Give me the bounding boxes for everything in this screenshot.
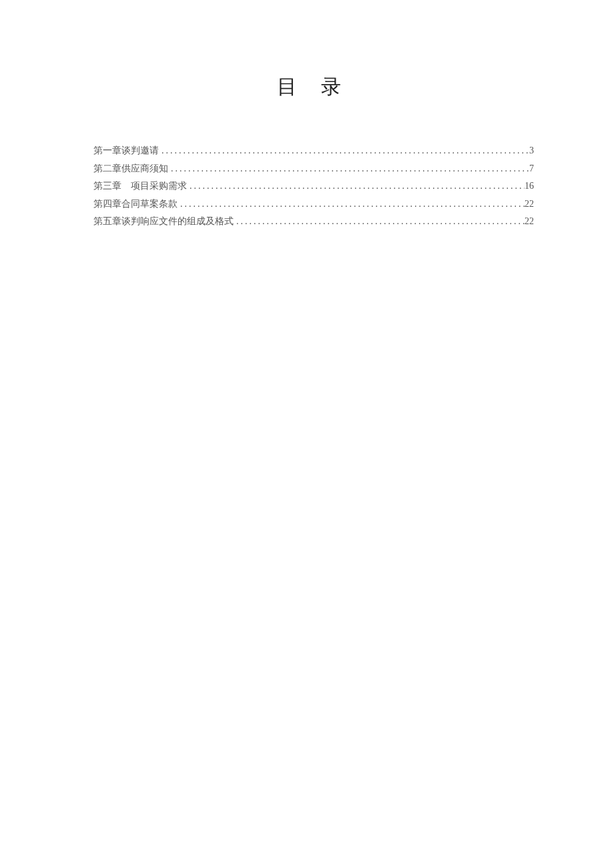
table-of-contents: 第一章谈判邀请 3 第二章供应商须知 7 第三章 项目采购需求 16 第四章合同… (93, 142, 534, 231)
toc-dots (178, 195, 525, 213)
toc-entry-page: 7 (529, 160, 534, 178)
toc-entry: 第五章谈判响应文件的组成及格式 22 (93, 213, 534, 231)
toc-entry: 第三章 项目采购需求 16 (93, 177, 534, 195)
toc-entry-label: 第四章合同草案条款 (93, 195, 178, 213)
toc-dots (187, 177, 525, 195)
toc-entry-page: 22 (525, 213, 534, 231)
toc-dots (159, 142, 529, 160)
toc-entry-label: 第一章谈判邀请 (93, 142, 159, 160)
toc-entry: 第二章供应商须知 7 (93, 160, 534, 178)
toc-entry-label: 第五章谈判响应文件的组成及格式 (93, 213, 234, 231)
toc-entry-label: 第二章供应商须知 (93, 160, 168, 178)
toc-entry: 第四章合同草案条款 22 (93, 195, 534, 213)
toc-entry-label: 第三章 项目采购需求 (93, 177, 187, 195)
toc-dots (168, 160, 529, 178)
toc-entry-page: 16 (525, 177, 534, 195)
toc-entry-page: 22 (525, 195, 534, 213)
page-title: 目 录 (93, 73, 534, 101)
toc-entry-page: 3 (529, 142, 534, 160)
document-page: 目 录 第一章谈判邀请 3 第二章供应商须知 7 第三章 项目采购需求 16 第… (0, 0, 614, 231)
toc-entry: 第一章谈判邀请 3 (93, 142, 534, 160)
toc-dots (234, 213, 525, 231)
